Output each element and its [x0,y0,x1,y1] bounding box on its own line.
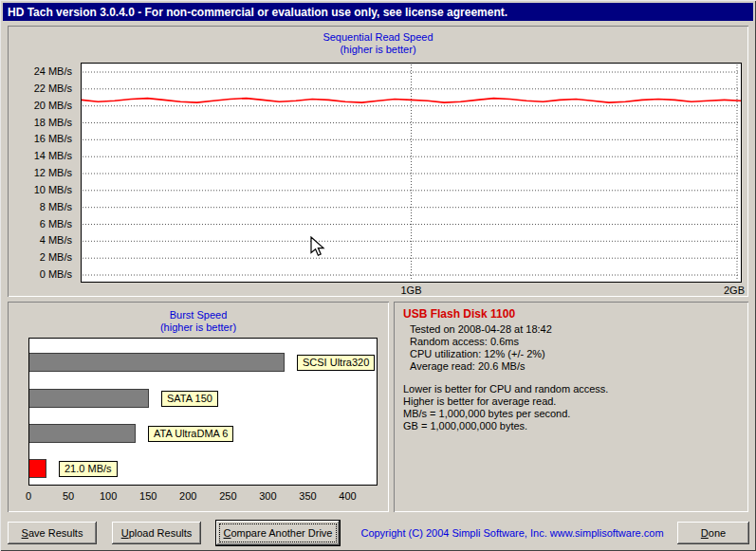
x-tick-label: 350 [299,490,316,502]
read-chart-x-axis: 1GB 2GB [81,285,742,298]
y-tick-label: 20 MB/s [34,100,72,111]
titlebar[interactable]: HD Tach version 3.0.4.0 - For non-commer… [3,3,753,21]
read-chart-y-axis: 24 MB/s22 MB/s20 MB/s18 MB/s16 MB/s14 MB… [8,63,76,283]
x-tick-label: 0 [26,490,31,502]
y-tick-label: 22 MB/s [34,83,72,94]
x-tick-1gb: 1GB [400,285,421,296]
save-results-button[interactable]: Save Results [8,522,97,544]
done-label: Done [677,527,749,539]
read-chart-title: Sequential Read Speed [8,31,748,43]
y-tick-label: 6 MB/s [40,218,72,230]
burst-bar [29,389,149,408]
burst-bar-label: ATA UltraDMA 6 [148,426,233,442]
burst-bar [29,424,136,443]
save-results-label: Save Results [8,527,97,539]
hdtach-window: HD Tach version 3.0.4.0 - For non-commer… [0,0,756,551]
x-tick-label: 300 [259,490,276,502]
y-tick-label: 24 MB/s [34,65,72,77]
info-notes: Lower is better for CPU and random acces… [403,383,608,432]
y-tick-label: 16 MB/s [34,133,72,144]
mouse-cursor-icon [310,236,327,259]
y-tick-label: 4 MB/s [40,234,72,246]
x-tick-label: 150 [139,490,157,502]
read-chart-subtitle: (higher is better) [8,44,748,55]
burst-bar-label: SATA 150 [161,391,218,407]
burst-chart-area: SCSI Ultra320SATA 150ATA UltraDMA 621.0 … [28,338,378,486]
info-note-line: MB/s = 1,000,000 bytes per second. [403,408,608,420]
compare-another-drive-label: Compare Another Drive [216,527,340,539]
y-tick-label: 8 MB/s [40,201,72,212]
drive-name: USB Flash Disk 1100 [403,307,515,321]
y-tick-label: 2 MB/s [40,251,72,263]
y-tick-label: 14 MB/s [34,150,72,161]
burst-bar-label: 21.0 MB/s [59,461,118,477]
drive-detail-line: Average read: 20.6 MB/s [410,360,552,373]
sequential-read-panel: Sequential Read Speed (higher is better)… [8,26,748,297]
burst-bar [29,459,46,478]
y-tick-label: 0 MB/s [40,268,72,280]
compare-another-drive-button[interactable]: Compare Another Drive [216,521,340,545]
x-tick-label: 100 [100,490,117,502]
drive-detail-line: Random access: 0.6ms [410,336,552,348]
done-button[interactable]: Done [677,522,749,544]
burst-chart-title: Burst Speed [8,309,389,321]
drive-detail-line: Tested on 2008-04-28 at 18:42 [410,323,552,336]
copyright-text: Copyright (C) 2004 Simpli Software, Inc.… [351,527,673,539]
burst-bar-label: SCSI Ultra320 [297,355,375,371]
burst-x-axis: 050100150200250300350400 [28,490,378,504]
y-tick-label: 18 MB/s [34,117,72,128]
burst-chart-subtitle: (higher is better) [8,321,389,333]
x-tick-label: 50 [63,490,74,502]
read-plot-svg [82,64,741,282]
x-tick-label: 250 [219,490,236,502]
info-note-line: GB = 1,000,000,000 bytes. [403,420,608,432]
drive-details: Tested on 2008-04-28 at 18:42Random acce… [410,323,552,373]
y-tick-label: 12 MB/s [34,167,72,178]
info-note-line: Higher is better for average read. [403,395,608,408]
upload-results-label: Upload Results [112,527,201,539]
burst-bar [29,353,285,372]
y-tick-label: 10 MB/s [34,184,72,195]
burst-speed-panel: Burst Speed (higher is better) SCSI Ultr… [8,302,389,512]
drive-detail-line: CPU utilization: 12% (+/- 2%) [410,348,552,360]
x-tick-label: 400 [339,490,356,502]
x-tick-label: 200 [179,490,196,502]
window-title: HD Tach version 3.0.4.0 - For non-commer… [8,6,507,19]
drive-info-panel: USB Flash Disk 1100 Tested on 2008-04-28… [394,302,748,512]
info-note-line: Lower is better for CPU and random acces… [403,383,608,395]
x-tick-2gb: 2GB [724,285,745,296]
read-chart-plot [81,63,742,283]
upload-results-button[interactable]: Upload Results [112,522,201,544]
